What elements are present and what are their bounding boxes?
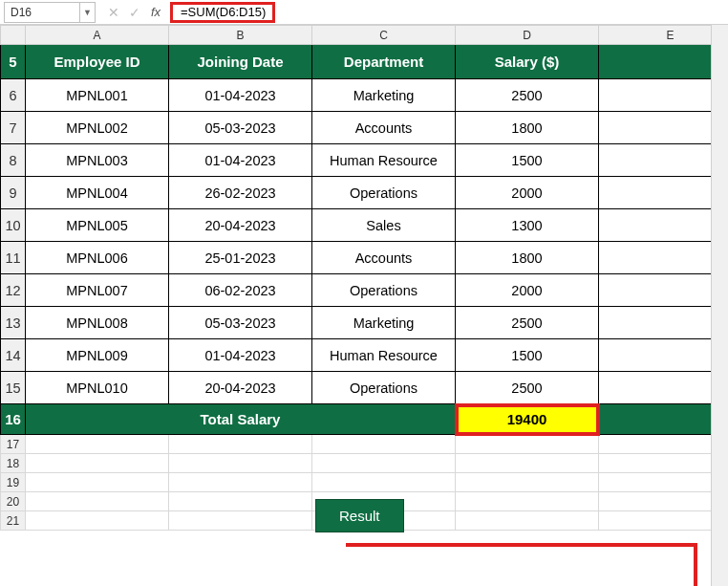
header-department[interactable]: Department [312, 45, 456, 79]
cell[interactable]: 01-04-2023 [169, 79, 312, 112]
cell[interactable]: Human Resource [312, 339, 456, 372]
cell[interactable] [599, 144, 729, 177]
cell[interactable]: Sales [312, 209, 456, 242]
cell[interactable]: MPNL003 [26, 144, 169, 177]
cell[interactable]: 1500 [456, 339, 599, 372]
cell[interactable]: Human Resource [312, 144, 456, 177]
row-header[interactable]: 11 [1, 242, 26, 274]
cell[interactable]: Operations [312, 372, 456, 404]
row-header[interactable]: 20 [1, 492, 26, 511]
cell[interactable]: 01-04-2023 [169, 144, 312, 177]
col-header-d[interactable]: D [456, 26, 599, 45]
row-header[interactable]: 9 [1, 177, 26, 209]
cell[interactable] [599, 511, 729, 531]
cell[interactable]: 05-03-2023 [169, 307, 312, 339]
row-header[interactable]: 13 [1, 307, 26, 339]
cell[interactable] [456, 454, 599, 473]
cell[interactable]: 1800 [456, 242, 599, 274]
row-header[interactable]: 18 [1, 454, 26, 473]
cell[interactable]: 2500 [456, 372, 599, 404]
cell[interactable] [599, 177, 729, 209]
cell[interactable]: MPNL002 [26, 112, 169, 144]
total-value-cell[interactable]: 19400 [456, 404, 599, 435]
cell[interactable]: 01-04-2023 [169, 339, 312, 372]
cell[interactable] [26, 492, 169, 511]
cell[interactable]: 05-03-2023 [169, 112, 312, 144]
cell[interactable] [169, 473, 312, 492]
row-header[interactable]: 19 [1, 473, 26, 492]
cell[interactable]: MPNL005 [26, 209, 169, 242]
cell[interactable] [599, 372, 729, 404]
row-header[interactable]: 8 [1, 144, 26, 177]
vertical-scrollbar[interactable] [711, 25, 728, 586]
col-header-c[interactable]: C [312, 26, 456, 45]
cell[interactable]: MPNL007 [26, 274, 169, 307]
cell[interactable] [26, 454, 169, 473]
cell[interactable] [599, 45, 729, 79]
cell[interactable] [312, 454, 456, 473]
row-header[interactable]: 14 [1, 339, 26, 372]
cell[interactable] [312, 473, 456, 492]
cell[interactable] [169, 435, 312, 454]
cell[interactable] [456, 435, 599, 454]
row-header[interactable]: 6 [1, 79, 26, 112]
cell[interactable] [169, 511, 312, 531]
cell[interactable] [26, 435, 169, 454]
col-header-a[interactable]: A [26, 26, 169, 45]
header-salary[interactable]: Salary ($) [456, 45, 599, 79]
name-box[interactable]: D16 [4, 2, 80, 23]
confirm-icon[interactable]: ✓ [124, 2, 145, 23]
col-header-e[interactable]: E [599, 26, 729, 45]
cell[interactable]: Marketing [312, 307, 456, 339]
total-label-cell[interactable]: Total Salary [26, 404, 456, 435]
cell[interactable]: 26-02-2023 [169, 177, 312, 209]
cell[interactable] [599, 307, 729, 339]
cell[interactable] [599, 454, 729, 473]
cell[interactable] [599, 112, 729, 144]
cell[interactable] [169, 454, 312, 473]
cell[interactable]: Operations [312, 177, 456, 209]
name-box-dropdown-icon[interactable]: ▼ [80, 2, 96, 23]
cell[interactable]: 1300 [456, 209, 599, 242]
cell[interactable] [599, 492, 729, 511]
cell[interactable]: MPNL001 [26, 79, 169, 112]
row-header[interactable]: 12 [1, 274, 26, 307]
cell[interactable] [312, 435, 456, 454]
header-employee-id[interactable]: Employee ID [26, 45, 169, 79]
cell[interactable] [456, 473, 599, 492]
cell[interactable]: MPNL008 [26, 307, 169, 339]
cell[interactable]: MPNL009 [26, 339, 169, 372]
cell[interactable] [456, 492, 599, 511]
cell[interactable] [599, 79, 729, 112]
cancel-icon[interactable]: ✕ [103, 2, 124, 23]
cell[interactable] [599, 242, 729, 274]
cell[interactable]: 1500 [456, 144, 599, 177]
cell[interactable] [599, 404, 729, 435]
cell[interactable]: 2000 [456, 274, 599, 307]
cell[interactable]: 06-02-2023 [169, 274, 312, 307]
cell[interactable]: 2000 [456, 177, 599, 209]
select-all-corner[interactable] [1, 26, 26, 45]
row-header[interactable]: 21 [1, 511, 26, 531]
cell[interactable]: Operations [312, 274, 456, 307]
cell[interactable]: MPNL010 [26, 372, 169, 404]
cell[interactable]: 1800 [456, 112, 599, 144]
cell[interactable]: 25-01-2023 [169, 242, 312, 274]
cell[interactable] [169, 492, 312, 511]
col-header-b[interactable]: B [169, 26, 312, 45]
cell[interactable]: 20-04-2023 [169, 372, 312, 404]
cell[interactable] [599, 209, 729, 242]
cell[interactable]: Accounts [312, 242, 456, 274]
cell[interactable] [599, 435, 729, 454]
cell[interactable]: 2500 [456, 79, 599, 112]
cell[interactable]: 2500 [456, 307, 599, 339]
fx-icon[interactable]: fx [145, 2, 166, 23]
cell[interactable]: Accounts [312, 112, 456, 144]
cell[interactable]: MPNL004 [26, 177, 169, 209]
row-header[interactable]: 17 [1, 435, 26, 454]
row-header[interactable]: 10 [1, 209, 26, 242]
cell[interactable] [599, 274, 729, 307]
cell[interactable] [599, 339, 729, 372]
cell[interactable] [26, 473, 169, 492]
row-header[interactable]: 15 [1, 372, 26, 404]
